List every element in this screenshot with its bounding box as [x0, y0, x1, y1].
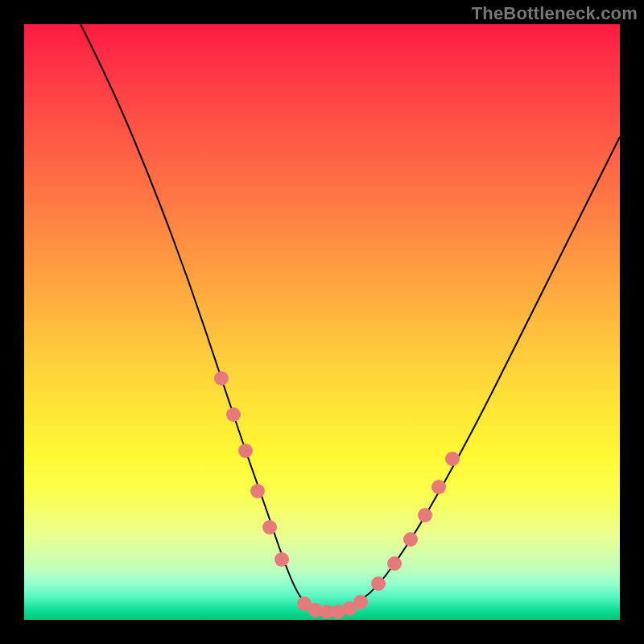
- marker-cluster-bottom: [297, 595, 368, 619]
- bottom-dot-5: [353, 595, 368, 609]
- right-dot-5: [445, 452, 460, 466]
- bottleneck-curve: [80, 24, 620, 612]
- chart-svg: [24, 24, 620, 620]
- left-dot-2: [238, 444, 253, 458]
- watermark-text: TheBottleneck.com: [472, 3, 638, 24]
- left-dot-5: [275, 552, 289, 567]
- right-dot-1: [387, 556, 402, 571]
- chart-frame: TheBottleneck.com: [0, 0, 644, 644]
- left-dot-0: [214, 371, 229, 386]
- plot-area: [24, 24, 620, 620]
- right-dot-3: [418, 508, 432, 522]
- left-dot-4: [262, 520, 277, 535]
- marker-cluster-right: [371, 452, 460, 591]
- right-dot-0: [371, 576, 386, 591]
- left-dot-1: [226, 407, 241, 422]
- left-dot-3: [250, 484, 265, 498]
- right-dot-2: [403, 532, 418, 547]
- curve-group: [80, 24, 620, 612]
- right-dot-4: [431, 480, 446, 494]
